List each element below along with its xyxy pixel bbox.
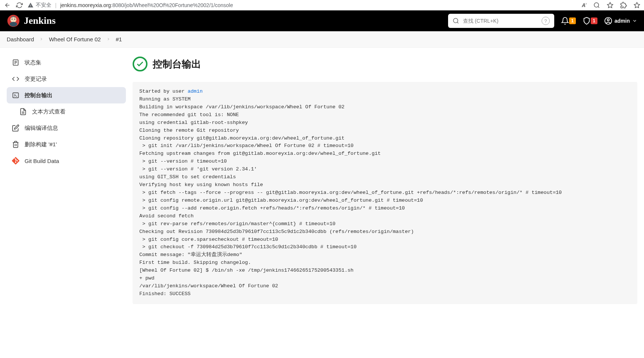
bell-icon (561, 17, 569, 25)
search-box[interactable]: ? (448, 14, 554, 28)
shield-icon (583, 17, 591, 25)
main-content: 控制台输出 Started by user admin Running as S… (133, 54, 637, 304)
jenkins-header: Jenkins ? 1 1 admin (0, 10, 644, 31)
sidebar: 状态集 变更记录 控制台输出 文本方式查看 编辑编译信息 删除构建 '#1' G… (7, 54, 126, 304)
document-icon (12, 59, 19, 66)
jenkins-logo-icon (7, 14, 20, 28)
sidebar-item-changes[interactable]: 变更记录 (7, 71, 126, 87)
sidebar-item-plaintext[interactable]: 文本方式查看 (7, 103, 126, 120)
not-secure-badge: 不安全 (28, 2, 51, 9)
warning-icon (28, 2, 34, 8)
url-separator: | (55, 2, 57, 8)
terminal-icon (12, 92, 19, 99)
git-icon (12, 157, 19, 164)
breadcrumb: Dashboard Wheel Of Fortune 02 #1 (0, 31, 644, 48)
svg-point-3 (10, 22, 17, 27)
sidebar-item-console[interactable]: 控制台输出 (7, 87, 126, 103)
sidebar-item-label: 控制台输出 (25, 92, 53, 99)
jenkins-logo[interactable]: Jenkins (7, 14, 55, 28)
svg-point-6 (453, 18, 458, 23)
chevron-right-icon (39, 36, 44, 42)
search-icon (453, 17, 459, 24)
notifications-badge: 1 (569, 17, 576, 24)
sidebar-item-label: 删除构建 '#1' (25, 141, 57, 148)
browser-right-controls: A› (582, 2, 640, 9)
edit-icon (12, 124, 19, 132)
svg-point-8 (607, 19, 609, 21)
console-prefix: Started by user (139, 89, 188, 94)
svg-point-5 (14, 19, 15, 20)
url-bar[interactable]: 不安全 | jenkins.mooreyxia.org:8080/job/Whe… (28, 2, 577, 9)
back-button[interactable] (4, 1, 11, 9)
search-help-icon[interactable]: ? (542, 17, 550, 25)
read-aloud-icon[interactable]: A› (582, 2, 587, 8)
sidebar-item-edit-build-info[interactable]: 编辑编译信息 (7, 120, 126, 136)
jenkins-brand-text: Jenkins (24, 15, 55, 26)
url-text: jenkins.mooreyxia.org:8080/job/Wheel%20O… (60, 2, 233, 8)
security-button[interactable]: 1 (583, 17, 597, 25)
sidebar-item-git-build-data[interactable]: Git Build Data (7, 153, 126, 169)
console-user-link[interactable]: admin (188, 89, 203, 94)
sidebar-item-label: 编辑编译信息 (25, 125, 58, 132)
breadcrumb-dashboard[interactable]: Dashboard (7, 36, 34, 42)
svg-point-4 (12, 19, 13, 20)
user-menu[interactable]: admin (604, 17, 637, 25)
zoom-icon[interactable] (593, 2, 600, 9)
sidebar-item-label: 变更记录 (25, 76, 47, 83)
code-icon (12, 75, 19, 83)
sidebar-item-label: 状态集 (25, 59, 41, 66)
console-body: Running as SYSTEM Building in workspace … (139, 96, 562, 297)
page-title: 控制台输出 (153, 58, 201, 71)
security-badge: 1 (591, 17, 597, 24)
favorite-icon[interactable] (607, 2, 613, 9)
chevron-down-icon (632, 18, 637, 23)
extensions-icon[interactable] (620, 2, 627, 9)
collections-icon[interactable] (634, 2, 640, 9)
success-status-icon (133, 57, 147, 71)
sidebar-item-delete-build[interactable]: 删除构建 '#1' (7, 136, 126, 153)
user-name: admin (615, 18, 630, 24)
chevron-right-icon (106, 36, 111, 42)
notifications-button[interactable]: 1 (561, 17, 576, 25)
user-icon (604, 17, 612, 25)
sidebar-item-label: Git Build Data (25, 158, 59, 164)
breadcrumb-build[interactable]: #1 (116, 36, 122, 42)
refresh-button[interactable] (16, 1, 23, 9)
not-secure-label: 不安全 (36, 2, 51, 9)
sidebar-item-label: 文本方式查看 (32, 108, 66, 115)
breadcrumb-job[interactable]: Wheel Of Fortune 02 (49, 36, 101, 42)
sidebar-item-status[interactable]: 状态集 (7, 54, 126, 71)
console-output: Started by user admin Running as SYSTEM … (133, 82, 637, 304)
svg-point-0 (594, 3, 599, 7)
trash-icon (12, 141, 19, 148)
browser-toolbar: 不安全 | jenkins.mooreyxia.org:8080/job/Whe… (0, 0, 644, 10)
file-text-icon (19, 108, 27, 115)
search-input[interactable] (463, 18, 538, 24)
